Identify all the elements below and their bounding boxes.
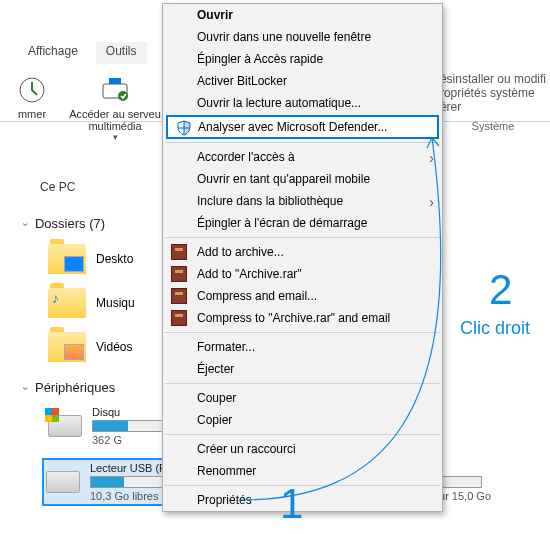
ctx-rar-add-name[interactable]: Add to "Archive.rar" <box>163 263 442 285</box>
ctx-pin-quick-access[interactable]: Épingler à Accès rapide <box>163 48 442 70</box>
ctx-format[interactable]: Formater... <box>163 336 442 358</box>
svg-point-3 <box>118 91 128 101</box>
ribbon-button-programmer[interactable]: mmer <box>6 74 58 120</box>
ctx-create-shortcut[interactable]: Créer un raccourci <box>163 438 442 460</box>
ctx-rar-email[interactable]: Compress and email... <box>163 285 442 307</box>
annotation-step-2: 2 <box>489 266 512 314</box>
folder-label: Deskto <box>96 252 133 266</box>
ctx-open-new-window[interactable]: Ouvrir dans une nouvelle fenêtre <box>163 26 442 48</box>
defender-shield-icon <box>176 120 192 136</box>
ribbon-link-manage[interactable]: érer <box>440 100 546 114</box>
folder-label: Vidéos <box>96 340 132 354</box>
ctx-rename[interactable]: Renommer <box>163 460 442 482</box>
ctx-cut[interactable]: Couper <box>163 387 442 409</box>
ctx-defender-scan[interactable]: Analyser avec Microsoft Defender... <box>166 115 439 139</box>
winrar-icon <box>171 310 187 326</box>
ribbon-button-media[interactable]: Accéder au serveu multimédia ▾ <box>60 74 170 142</box>
section-header-devices[interactable]: › Périphériques <box>24 380 115 395</box>
folder-music[interactable]: ♪ Musiqu <box>48 288 135 318</box>
drive-icon <box>48 415 82 437</box>
annotation-right-click: Clic droit <box>460 318 530 339</box>
ctx-eject[interactable]: Éjecter <box>163 358 442 380</box>
tab-view[interactable]: Affichage <box>18 42 88 64</box>
folder-videos[interactable]: Vidéos <box>48 332 132 362</box>
section-header-folders[interactable]: › Dossiers (7) <box>24 216 105 231</box>
drive-icon <box>46 471 80 493</box>
ctx-give-access[interactable]: Accorder l'accès à <box>163 146 442 168</box>
winrar-icon <box>171 288 187 304</box>
ctx-autoplay[interactable]: Ouvrir la lecture automatique... <box>163 92 442 114</box>
folder-label: Musiqu <box>96 296 135 310</box>
tab-tools[interactable]: Outils <box>96 42 147 64</box>
annotation-step-1: 1 <box>280 480 303 528</box>
ribbon-button-label: Accéder au serveu multimédia <box>60 108 170 132</box>
ctx-rar-add[interactable]: Add to archive... <box>163 241 442 263</box>
ctx-open[interactable]: Ouvrir <box>163 4 442 26</box>
chevron-down-icon: › <box>20 387 31 390</box>
chevron-down-icon: › <box>20 223 31 226</box>
winrar-icon <box>171 244 187 260</box>
ribbon-group-label: Système <box>440 120 546 132</box>
ribbon-link-sysprops[interactable]: ropriétés système <box>440 86 546 100</box>
folder-desktop[interactable]: Deskto <box>48 244 133 274</box>
ribbon-link-uninstall[interactable]: ésinstaller ou modifi <box>440 72 546 86</box>
ctx-include-library[interactable]: Inclure dans la bibliothèque <box>163 190 442 212</box>
ribbon-button-label: mmer <box>6 108 58 120</box>
context-menu: Ouvrir Ouvrir dans une nouvelle fenêtre … <box>162 3 443 512</box>
ctx-rar-email-name[interactable]: Compress to "Archive.rar" and email <box>163 307 442 329</box>
ctx-bitlocker[interactable]: Activer BitLocker <box>163 70 442 92</box>
ctx-copy[interactable]: Copier <box>163 409 442 431</box>
breadcrumb[interactable]: Ce PC <box>40 180 75 194</box>
ctx-open-portable[interactable]: Ouvrir en tant qu'appareil mobile <box>163 168 442 190</box>
ctx-pin-start[interactable]: Épingler à l'écran de démarrage <box>163 212 442 234</box>
winrar-icon <box>171 266 187 282</box>
svg-rect-2 <box>109 78 121 84</box>
